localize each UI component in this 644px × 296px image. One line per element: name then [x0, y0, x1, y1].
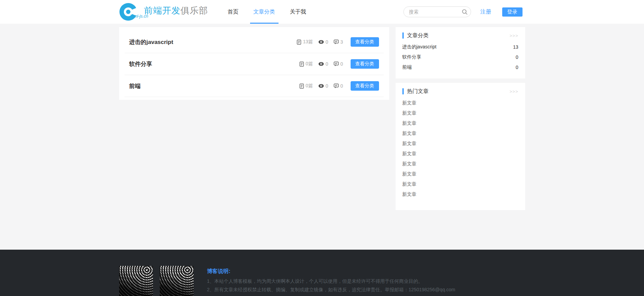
site-title: 前端开发俱乐部	[144, 5, 208, 24]
comments-count: 3	[340, 39, 343, 45]
hot-articles-header: 热门文章 >>>	[402, 88, 518, 94]
articles-stat: 13篇	[297, 39, 313, 45]
hot-article-item[interactable]: 新文章	[402, 179, 518, 189]
hot-article-item[interactable]: 新文章	[402, 159, 518, 169]
comments-stat: 0	[334, 83, 343, 89]
comments-count: 0	[340, 61, 343, 67]
hot-articles-list: 新文章 新文章 新文章 新文章 新文章 新文章 新文章 新文章	[402, 98, 518, 204]
articles-stat: 0篇	[299, 83, 313, 89]
category-more-link[interactable]: >>>	[510, 33, 518, 38]
views-count: 0	[326, 39, 328, 45]
articles-count: 13篇	[303, 39, 313, 45]
articles-count: 0篇	[306, 83, 313, 89]
search-icon[interactable]	[462, 9, 468, 15]
sidebar-category-count: 0	[516, 54, 518, 60]
hot-article-item[interactable]: 新文章	[402, 118, 518, 128]
view-category-button[interactable]: 查看分类	[351, 37, 379, 47]
eye-icon	[318, 62, 324, 66]
category-row: 进击的javascript 13篇	[125, 31, 384, 53]
views-stat: 0	[318, 83, 328, 89]
footer-image	[119, 266, 153, 296]
articles-icon	[299, 84, 304, 89]
sidebar-category-list: 进击的javascript 13 软件分享 0 前端 0	[402, 42, 518, 72]
sidebar-category-title: 文章分类	[402, 32, 429, 39]
hot-article-item[interactable]: 新文章	[402, 189, 518, 199]
sidebar: 文章分类 >>> 进击的javascript 13 软件分享 0	[396, 27, 525, 210]
view-category-button[interactable]: 查看分类	[351, 81, 379, 91]
category-stats: 0篇 0	[299, 61, 343, 67]
category-title: 前端	[129, 82, 141, 90]
hot-article-item[interactable]: 新文章	[402, 169, 518, 179]
sidebar-category-item[interactable]: 前端 0	[402, 62, 518, 72]
category-row: 软件分享 0篇	[125, 53, 384, 75]
footer-image	[160, 266, 194, 296]
hot-articles-box: 热门文章 >>> 新文章 新文章 新文章 新文章 新文章	[396, 83, 525, 210]
sidebar-category-count: 0	[516, 65, 518, 70]
login-button[interactable]: 登录	[502, 7, 523, 17]
site-logo[interactable]: 前端开发俱乐部 html-js.cn	[119, 0, 208, 24]
nav-item[interactable]: 首页	[227, 0, 239, 24]
sidebar-category-item[interactable]: 进击的javascript 13	[402, 42, 518, 52]
main-nav: 首页 文章分类 关于我	[227, 0, 320, 24]
main-area: 进击的javascript 13篇	[0, 24, 644, 250]
sidebar-category-count: 13	[513, 44, 518, 50]
site-title-primary: 前端开发	[144, 5, 181, 16]
register-link[interactable]: 注册	[481, 8, 491, 16]
search-box	[403, 6, 471, 17]
views-stat: 0	[318, 39, 328, 45]
comment-icon	[334, 62, 339, 66]
site-title-secondary: 俱乐部	[181, 5, 208, 16]
eye-icon	[318, 84, 324, 88]
comments-count: 0	[340, 83, 343, 89]
sidebar-category-item[interactable]: 软件分享 0	[402, 52, 518, 62]
site-footer: 博客说明: 1、本站个人博客模板，均为周大侠啊本人设计，个人可以使用，但是未经许…	[0, 250, 644, 296]
articles-icon	[299, 62, 304, 67]
hot-article-item[interactable]: 新文章	[402, 108, 518, 118]
footer-line: 2、所有文章未经授权禁止转载、摘编、复制或建立镜像，如有违反，追究法律责任。举报…	[207, 287, 456, 292]
sidebar-category-box: 文章分类 >>> 进击的javascript 13 软件分享 0	[396, 27, 525, 78]
comment-icon	[334, 40, 339, 44]
footer-heading: 博客说明:	[207, 268, 456, 275]
sidebar-category-label: 软件分享	[402, 54, 421, 60]
comment-icon	[334, 84, 339, 88]
articles-count: 0篇	[306, 61, 313, 67]
sidebar-category-label: 进击的javascript	[402, 44, 437, 50]
category-list: 进击的javascript 13篇	[119, 27, 389, 100]
articles-icon	[297, 40, 301, 45]
comments-stat: 3	[334, 39, 343, 45]
category-row: 前端 0篇	[125, 75, 384, 97]
hot-article-item[interactable]: 新文章	[402, 138, 518, 149]
category-stats: 13篇 0	[297, 39, 343, 45]
views-count: 0	[326, 83, 328, 89]
hot-article-item[interactable]: 新文章	[402, 149, 518, 159]
search-input[interactable]	[403, 6, 471, 17]
comments-stat: 0	[334, 61, 343, 67]
views-count: 0	[326, 61, 328, 67]
footer-line: 1、本站个人博客模板，均为周大侠啊本人设计，个人可以使用，但是未经许可不得用于任…	[207, 279, 456, 283]
category-stats: 0篇 0	[299, 83, 343, 89]
view-category-button[interactable]: 查看分类	[351, 59, 379, 69]
site-domain: html-js.cn	[130, 14, 148, 19]
nav-item[interactable]: 文章分类	[253, 0, 276, 24]
category-title: 软件分享	[129, 60, 152, 68]
footer-images	[119, 266, 194, 296]
nav-item[interactable]: 关于我	[289, 0, 307, 24]
articles-stat: 0篇	[299, 61, 313, 67]
sidebar-category-label: 前端	[402, 64, 412, 70]
hot-articles-more-link[interactable]: >>>	[510, 89, 518, 94]
site-header: 前端开发俱乐部 html-js.cn 首页 文章分类 关于我	[0, 0, 644, 24]
eye-icon	[318, 40, 324, 44]
hot-article-item[interactable]: 新文章	[402, 128, 518, 138]
hot-articles-title: 热门文章	[402, 88, 429, 94]
category-title: 进击的javascript	[129, 38, 173, 46]
sidebar-category-header: 文章分类 >>>	[402, 32, 518, 39]
header-actions: 注册 登录	[403, 0, 525, 24]
footer-text: 博客说明: 1、本站个人博客模板，均为周大侠啊本人设计，个人可以使用，但是未经许…	[207, 266, 456, 296]
views-stat: 0	[318, 61, 328, 67]
hot-article-item[interactable]: 新文章	[402, 98, 518, 108]
